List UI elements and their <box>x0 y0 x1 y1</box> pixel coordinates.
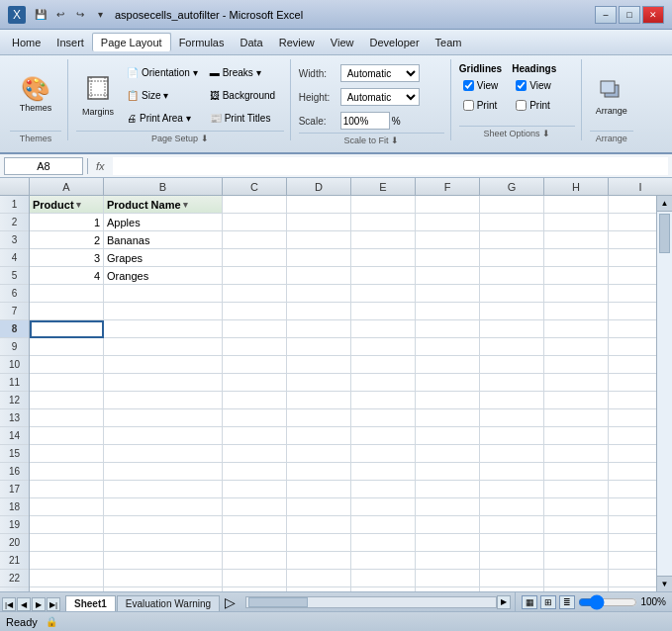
filter-arrow-b1[interactable]: ▾ <box>183 200 188 210</box>
menu-review[interactable]: Review <box>271 34 323 51</box>
menu-insert[interactable]: Insert <box>48 34 92 51</box>
cell-e3[interactable] <box>351 231 416 249</box>
cell-i4[interactable] <box>609 249 656 267</box>
cell-d5[interactable] <box>287 267 351 285</box>
h-scroll-right-btn[interactable]: ▶ <box>497 595 511 609</box>
h-scroll-track[interactable] <box>245 596 497 608</box>
cell-d3[interactable] <box>287 231 351 249</box>
cell-i2[interactable] <box>609 214 656 231</box>
cell-i6[interactable] <box>609 285 656 303</box>
height-select[interactable]: Automatic <box>340 88 420 106</box>
filter-arrow-a1[interactable]: ▾ <box>76 200 81 210</box>
cell-b3[interactable]: Bananas <box>104 231 223 249</box>
menu-formulas[interactable]: Formulas <box>171 34 233 51</box>
next-sheet-btn[interactable]: ▶ <box>32 597 46 611</box>
menu-page-layout[interactable]: Page Layout <box>92 33 171 51</box>
width-select[interactable]: Automatic <box>340 64 420 82</box>
cell-i1[interactable] <box>609 196 656 214</box>
cell-g5[interactable] <box>480 267 544 285</box>
cell-a2[interactable]: 1 <box>30 214 104 231</box>
cell-f6[interactable] <box>416 285 480 303</box>
cell-h8[interactable] <box>544 320 609 338</box>
cell-e8[interactable] <box>351 320 416 338</box>
sheet-tab-warning[interactable]: Evaluation Warning <box>117 595 220 611</box>
cell-g8[interactable] <box>480 320 544 338</box>
cell-e4[interactable] <box>351 249 416 267</box>
cell-f4[interactable] <box>416 249 480 267</box>
cell-i3[interactable] <box>609 231 656 249</box>
page-break-btn[interactable]: ≣ <box>559 595 575 609</box>
orientation-button[interactable]: 📄 Orientation ▾ <box>122 62 203 82</box>
cell-f7[interactable] <box>416 303 480 320</box>
cell-e7[interactable] <box>351 303 416 320</box>
normal-view-btn[interactable]: ▦ <box>522 595 537 609</box>
cell-e2[interactable] <box>351 214 416 231</box>
arrange-button[interactable]: Arrange <box>590 59 633 129</box>
cell-a7[interactable] <box>30 303 104 320</box>
cell-c3[interactable] <box>223 231 287 249</box>
scale-input[interactable] <box>340 112 390 130</box>
cell-c5[interactable] <box>223 267 287 285</box>
cell-a8[interactable] <box>30 320 104 338</box>
sheet-tab-sheet1[interactable]: Sheet1 <box>65 595 116 611</box>
vertical-scrollbar[interactable]: ▲ ▼ <box>656 196 672 591</box>
page-layout-btn[interactable]: ⊞ <box>540 595 556 609</box>
cell-g3[interactable] <box>480 231 544 249</box>
cell-g7[interactable] <box>480 303 544 320</box>
maximize-btn[interactable]: □ <box>619 6 640 24</box>
cell-e5[interactable] <box>351 267 416 285</box>
cell-d6[interactable] <box>287 285 351 303</box>
cell-b4[interactable]: Grapes <box>104 249 223 267</box>
cell-b6[interactable] <box>104 285 223 303</box>
menu-team[interactable]: Team <box>428 34 470 51</box>
dropdown-quick-btn[interactable]: ▾ <box>91 6 109 24</box>
first-sheet-btn[interactable]: |◀ <box>2 597 16 611</box>
cell-b1[interactable]: Product Name ▾ <box>104 196 223 214</box>
cell-c2[interactable] <box>223 214 287 231</box>
cell-a9[interactable] <box>30 338 104 356</box>
h-scroll-thumb[interactable] <box>248 597 308 607</box>
margins-button[interactable]: Margins <box>76 59 120 129</box>
cell-e1[interactable] <box>351 196 416 214</box>
prev-sheet-btn[interactable]: ◀ <box>17 597 31 611</box>
cell-d1[interactable] <box>287 196 351 214</box>
cell-h5[interactable] <box>544 267 609 285</box>
cell-c6[interactable] <box>223 285 287 303</box>
cell-h3[interactable] <box>544 231 609 249</box>
cell-e6[interactable] <box>351 285 416 303</box>
print-titles-button[interactable]: 📰 Print Titles <box>205 108 284 128</box>
cell-h2[interactable] <box>544 214 609 231</box>
gridlines-view-check[interactable]: View <box>459 76 503 94</box>
cell-g1[interactable] <box>480 196 544 214</box>
close-btn[interactable]: ✕ <box>642 6 664 24</box>
cell-a1[interactable]: Product ▾ <box>30 196 104 214</box>
name-box[interactable] <box>4 157 83 175</box>
redo-quick-btn[interactable]: ↪ <box>71 6 89 24</box>
menu-developer[interactable]: Developer <box>361 34 427 51</box>
cell-c1[interactable] <box>223 196 287 214</box>
last-sheet-btn[interactable]: ▶| <box>47 597 60 611</box>
cell-c7[interactable] <box>223 303 287 320</box>
scroll-thumb[interactable] <box>659 214 670 253</box>
scroll-down-btn[interactable]: ▼ <box>657 576 672 591</box>
cell-d4[interactable] <box>287 249 351 267</box>
cell-a4[interactable]: 3 <box>30 249 104 267</box>
cell-f5[interactable] <box>416 267 480 285</box>
cell-i5[interactable] <box>609 267 656 285</box>
menu-view[interactable]: View <box>323 34 362 51</box>
cell-a5[interactable]: 4 <box>30 267 104 285</box>
cell-f2[interactable] <box>416 214 480 231</box>
breaks-button[interactable]: ▬ Breaks ▾ <box>205 62 284 82</box>
cell-h4[interactable] <box>544 249 609 267</box>
menu-home[interactable]: Home <box>4 34 48 51</box>
cell-g6[interactable] <box>480 285 544 303</box>
themes-button[interactable]: 🎨 Themes <box>10 59 61 129</box>
headings-view-check[interactable]: View <box>512 76 556 94</box>
size-button[interactable]: 📋 Size ▾ <box>122 85 203 105</box>
background-button[interactable]: 🖼 Background <box>205 85 284 105</box>
cell-i7[interactable] <box>609 303 656 320</box>
cell-b2[interactable]: Apples <box>104 214 223 231</box>
cell-h6[interactable] <box>544 285 609 303</box>
cell-d2[interactable] <box>287 214 351 231</box>
cell-b8[interactable] <box>104 320 223 338</box>
